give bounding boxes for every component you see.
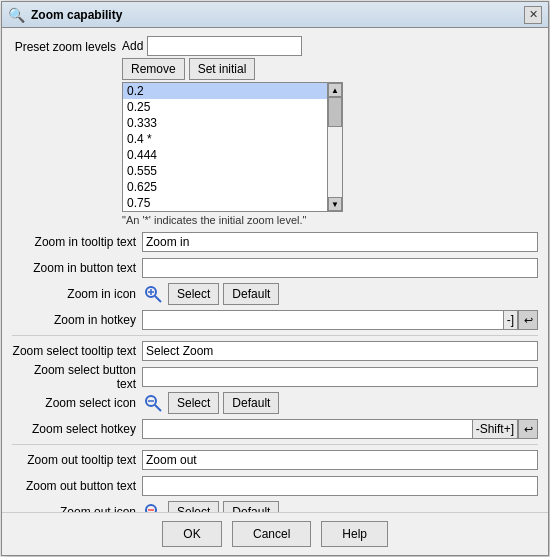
scrollbar[interactable]: ▲ ▼ bbox=[327, 82, 343, 212]
close-button[interactable]: ✕ bbox=[524, 6, 542, 24]
zoom-select-button-text-label: Zoom select button text bbox=[12, 363, 142, 391]
zoom-out-icon-preview bbox=[142, 501, 164, 512]
zoom-in-hotkey-input[interactable] bbox=[142, 310, 504, 330]
zoom-select-hotkey-suffix: -Shift+] bbox=[473, 419, 518, 439]
zoom-select-hotkey-label: Zoom select hotkey bbox=[12, 422, 142, 436]
preset-list-item[interactable]: 0.625 bbox=[123, 179, 327, 195]
zoom-select-select-button[interactable]: Select bbox=[168, 392, 219, 414]
zoom-in-icon-preview bbox=[142, 283, 164, 305]
set-initial-button[interactable]: Set initial bbox=[189, 58, 256, 80]
zoom-out-tooltip-row: Zoom out tooltip text bbox=[12, 448, 538, 472]
zoom-select-tooltip-row: Zoom select tooltip text bbox=[12, 339, 538, 363]
divider-2 bbox=[12, 444, 538, 445]
zoom-in-select-button[interactable]: Select bbox=[168, 283, 219, 305]
preset-label: Preset zoom levels bbox=[12, 36, 122, 54]
zoom-in-default-button[interactable]: Default bbox=[223, 283, 279, 305]
zoom-out-button-text-row: Zoom out button text bbox=[12, 474, 538, 498]
zoom-in-hotkey-label: Zoom in hotkey bbox=[12, 313, 142, 327]
zoom-select-hotkey-input[interactable] bbox=[142, 419, 473, 439]
preset-section: Preset zoom levels Add Remove Set initia… bbox=[12, 36, 538, 226]
preset-list-item[interactable]: 0.25 bbox=[123, 99, 327, 115]
preset-list[interactable]: 0.20.250.3330.4 *0.4440.5550.6250.75 bbox=[122, 82, 327, 212]
zoom-in-tooltip-input[interactable] bbox=[142, 232, 538, 252]
scroll-track bbox=[328, 97, 342, 197]
window-icon: 🔍 bbox=[8, 7, 25, 23]
zoom-out-select-button[interactable]: Select bbox=[168, 501, 219, 512]
divider-1 bbox=[12, 335, 538, 336]
scroll-thumb[interactable] bbox=[328, 97, 342, 127]
zoom-in-tooltip-row: Zoom in tooltip text bbox=[12, 230, 538, 254]
zoom-select-button-text-input[interactable] bbox=[142, 367, 538, 387]
remove-button[interactable]: Remove bbox=[122, 58, 185, 80]
titlebar-left: 🔍 Zoom capability bbox=[8, 7, 122, 23]
zoom-out-icon-controls: Select Default bbox=[142, 501, 279, 512]
zoom-select-tooltip-input[interactable] bbox=[142, 341, 538, 361]
zoom-out-button-text-input[interactable] bbox=[142, 476, 538, 496]
zoom-select-icon-preview bbox=[142, 392, 164, 414]
zoom-select-icon-row: Zoom select icon Select Default bbox=[12, 391, 538, 415]
zoom-in-tooltip-label: Zoom in tooltip text bbox=[12, 235, 142, 249]
zoom-in-button-text-row: Zoom in button text bbox=[12, 256, 538, 280]
zoom-in-hotkey-controls: -] ↩ bbox=[142, 310, 538, 330]
zoom-in-button-text-input[interactable] bbox=[142, 258, 538, 278]
svg-line-1 bbox=[155, 296, 161, 302]
zoom-in-button-text-label: Zoom in button text bbox=[12, 261, 142, 275]
preset-hint: "An '*' indicates the initial zoom level… bbox=[122, 214, 538, 226]
zoom-out-tooltip-input[interactable] bbox=[142, 450, 538, 470]
preset-list-container: 0.20.250.3330.4 *0.4440.5550.6250.75 ▲ ▼ bbox=[122, 82, 538, 212]
main-content: Preset zoom levels Add Remove Set initia… bbox=[2, 28, 548, 512]
zoom-in-hotkey-row: Zoom in hotkey -] ↩ bbox=[12, 308, 538, 332]
scroll-down-arrow[interactable]: ▼ bbox=[328, 197, 342, 211]
zoom-select-icon-controls: Select Default bbox=[142, 392, 279, 414]
preset-list-item[interactable]: 0.555 bbox=[123, 163, 327, 179]
zoom-select-button-text-row: Zoom select button text bbox=[12, 365, 538, 389]
add-input[interactable] bbox=[147, 36, 302, 56]
svg-line-5 bbox=[155, 405, 161, 411]
zoom-out-button-text-label: Zoom out button text bbox=[12, 479, 142, 493]
preset-list-item[interactable]: 0.333 bbox=[123, 115, 327, 131]
zoom-select-hotkey-clear[interactable]: ↩ bbox=[518, 419, 538, 439]
preset-controls: Add Remove Set initial 0.20.250.3330.4 *… bbox=[122, 36, 538, 226]
svg-point-7 bbox=[146, 505, 156, 512]
cancel-button[interactable]: Cancel bbox=[232, 521, 311, 547]
zoom-out-tooltip-label: Zoom out tooltip text bbox=[12, 453, 142, 467]
zoom-in-icon-label: Zoom in icon bbox=[12, 287, 142, 301]
titlebar: 🔍 Zoom capability ✕ bbox=[2, 2, 548, 28]
zoom-select-hotkey-controls: -Shift+] ↩ bbox=[142, 419, 538, 439]
zoom-out-default-button[interactable]: Default bbox=[223, 501, 279, 512]
help-button[interactable]: Help bbox=[321, 521, 388, 547]
ok-button[interactable]: OK bbox=[162, 521, 222, 547]
preset-top: Add bbox=[122, 36, 538, 56]
zoom-in-icon-controls: Select Default bbox=[142, 283, 279, 305]
preset-list-item[interactable]: 0.2 bbox=[123, 83, 327, 99]
zoom-capability-dialog: 🔍 Zoom capability ✕ Preset zoom levels A… bbox=[1, 1, 549, 556]
zoom-in-icon-row: Zoom in icon Select Default bbox=[12, 282, 538, 306]
scroll-up-arrow[interactable]: ▲ bbox=[328, 83, 342, 97]
zoom-in-hotkey-suffix: -] bbox=[504, 310, 518, 330]
preset-list-item[interactable]: 0.4 * bbox=[123, 131, 327, 147]
preset-middle: Remove Set initial bbox=[122, 58, 538, 80]
window-title: Zoom capability bbox=[31, 8, 122, 22]
zoom-in-hotkey-clear[interactable]: ↩ bbox=[518, 310, 538, 330]
bottom-bar: OK Cancel Help bbox=[2, 512, 548, 555]
preset-list-item[interactable]: 0.75 bbox=[123, 195, 327, 211]
zoom-select-hotkey-row: Zoom select hotkey -Shift+] ↩ bbox=[12, 417, 538, 441]
zoom-select-tooltip-label: Zoom select tooltip text bbox=[12, 344, 142, 358]
zoom-select-icon-label: Zoom select icon bbox=[12, 396, 142, 410]
preset-list-item[interactable]: 0.444 bbox=[123, 147, 327, 163]
add-label: Add bbox=[122, 39, 143, 53]
zoom-select-default-button[interactable]: Default bbox=[223, 392, 279, 414]
zoom-out-icon-label: Zoom out icon bbox=[12, 505, 142, 512]
zoom-out-icon-row: Zoom out icon Select Default bbox=[12, 500, 538, 512]
